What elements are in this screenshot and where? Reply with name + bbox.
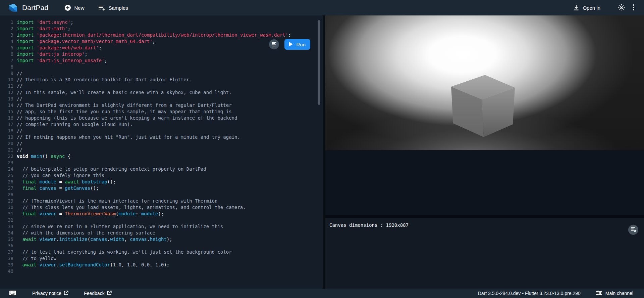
render-canvas[interactable] [325, 15, 644, 150]
output-pane: Canvas dimensions : 644x298 [325, 15, 644, 289]
code-line[interactable]: 11// [0, 83, 323, 89]
code-line[interactable]: 16// happening (this is because we aren'… [0, 115, 323, 121]
line-number: 30 [0, 204, 17, 211]
code-line[interactable]: 22void main() async { [0, 153, 323, 160]
console-panel[interactable]: Canvas dimensions : 644x298 [325, 218, 644, 289]
feedback-link[interactable]: Feedback [82, 290, 113, 297]
code-line[interactable]: 14// The DartPad environment is slightly… [0, 102, 323, 109]
console-splitter[interactable] [325, 215, 644, 218]
line-number: 24 [0, 166, 17, 172]
code-line[interactable]: 15// app, so the first time you run this… [0, 109, 323, 115]
channel-label: Main channel [605, 291, 633, 296]
code-line[interactable]: 30 // This class lets you load assets, l… [0, 204, 323, 211]
code-line[interactable]: 9// [0, 70, 323, 77]
code-line[interactable]: 32 [0, 217, 323, 223]
code-line[interactable]: 29 // [ThermionViewer] is the main inter… [0, 198, 323, 204]
line-number: 25 [0, 172, 17, 179]
run-button[interactable]: Run [284, 39, 310, 50]
code-line[interactable]: 21// [0, 147, 323, 153]
console-output: Canvas dimensions : 644x298 [329, 222, 640, 228]
format-button[interactable] [269, 39, 279, 49]
code-line[interactable]: 2import 'dart:math'; [0, 26, 323, 32]
feedback-label: Feedback [84, 291, 104, 296]
line-number: 4 [0, 38, 17, 45]
code-line[interactable]: 40 [0, 268, 323, 274]
code-line[interactable]: 27 final canvas = getCanvas(); [0, 185, 323, 191]
line-number: 6 [0, 51, 17, 57]
line-number: 1 [0, 19, 17, 26]
line-number: 26 [0, 179, 17, 185]
code-lines: 1import 'dart:async';2import 'dart:math'… [0, 15, 323, 274]
cube-3d [325, 15, 644, 150]
output-background [325, 150, 644, 215]
play-icon [289, 42, 293, 47]
code-line[interactable]: 23 [0, 160, 323, 166]
new-button-label: New [74, 5, 84, 11]
code-line[interactable]: 1import 'dart:async'; [0, 19, 323, 26]
line-number: 7 [0, 57, 17, 64]
open-in-button[interactable]: Open in [570, 2, 604, 13]
code-line[interactable]: 6import 'dart:js_interop'; [0, 51, 323, 57]
keyboard-shortcuts-button[interactable] [9, 291, 16, 296]
code-line[interactable]: 18// [0, 128, 323, 134]
line-number: 9 [0, 70, 17, 77]
line-number: 21 [0, 147, 17, 153]
run-button-label: Run [296, 42, 306, 47]
code-line[interactable]: 28 [0, 191, 323, 198]
brightness-sun-icon [618, 4, 625, 12]
clear-console-icon [631, 227, 636, 233]
open-in-new-icon [64, 291, 68, 296]
line-number: 31 [0, 211, 17, 217]
new-button[interactable]: New [61, 2, 88, 13]
line-number: 10 [0, 77, 17, 83]
sdk-version-text: Dart 3.5.0-284.0.dev • Flutter 3.23.0-13… [478, 291, 581, 296]
samples-button[interactable]: Samples [95, 3, 131, 13]
code-line[interactable]: 10// Thermion is a 3D rendering toolkit … [0, 77, 323, 83]
code-line[interactable]: 20// [0, 140, 323, 147]
code-line[interactable]: 24 // boilerplate to setup our rendering… [0, 166, 323, 172]
code-line[interactable]: 26 final module = await bootstrap(); [0, 179, 323, 185]
code-line[interactable]: 7import 'dart:js_interop_unsafe'; [0, 57, 323, 64]
code-line[interactable]: 13// [0, 96, 323, 102]
vertical-pane-splitter[interactable] [323, 15, 325, 289]
line-number: 28 [0, 191, 17, 198]
line-number: 14 [0, 102, 17, 109]
code-line[interactable]: 25 // you can safely ignore this [0, 172, 323, 179]
open-in-new-icon [107, 291, 112, 296]
code-line[interactable]: 17// compiler running on Google Cloud Ru… [0, 121, 323, 128]
line-number: 35 [0, 236, 17, 243]
line-number: 13 [0, 96, 17, 102]
privacy-notice-link[interactable]: Privacy notice [30, 290, 70, 297]
editor-scrollbar-thumb[interactable] [318, 20, 320, 105]
code-line[interactable]: 19// If nothing happens when you hit "Ru… [0, 134, 323, 140]
line-number: 5 [0, 45, 17, 51]
code-line[interactable]: 12// In this sample, we'll create a basi… [0, 89, 323, 96]
keyboard-icon [9, 291, 16, 296]
line-number: 19 [0, 134, 17, 140]
brightness-toggle-button[interactable] [616, 2, 627, 14]
overflow-menu-button[interactable] [631, 2, 637, 14]
code-line[interactable]: 34 // with the dimensions of the renderi… [0, 230, 323, 236]
line-number: 15 [0, 109, 17, 115]
code-line[interactable]: 31 final viewer = ThermionViewerWasm(mod… [0, 211, 323, 217]
line-number: 36 [0, 243, 17, 249]
code-line[interactable]: 35 await viewer.initialize(canvas.width,… [0, 236, 323, 243]
clear-console-button[interactable] [628, 225, 638, 235]
line-number: 27 [0, 185, 17, 191]
line-number: 29 [0, 198, 17, 204]
status-bar: Privacy notice Feedback Dart 3.5.0-284.0… [0, 289, 644, 298]
code-editor-pane[interactable]: 1import 'dart:async';2import 'dart:math'… [0, 15, 323, 289]
line-number: 11 [0, 83, 17, 89]
code-line[interactable]: 37 // to test that everything is working… [0, 249, 323, 255]
channel-selector-button[interactable]: Main channel [594, 290, 635, 297]
code-line[interactable]: 33 // since we're not in a Flutter appli… [0, 223, 323, 230]
line-number: 34 [0, 230, 17, 236]
code-line[interactable]: 3import 'package:thermion_dart/thermion_… [0, 32, 323, 38]
code-line[interactable]: 36 [0, 243, 323, 249]
dartpad-logo-icon [8, 3, 18, 13]
code-line[interactable]: 38 // to yellow [0, 255, 323, 262]
line-number: 37 [0, 249, 17, 255]
tune-sliders-icon [596, 290, 602, 297]
code-line[interactable]: 8 [0, 64, 323, 70]
code-line[interactable]: 39 await viewer.setBackgroundColor(1.0, … [0, 262, 323, 268]
